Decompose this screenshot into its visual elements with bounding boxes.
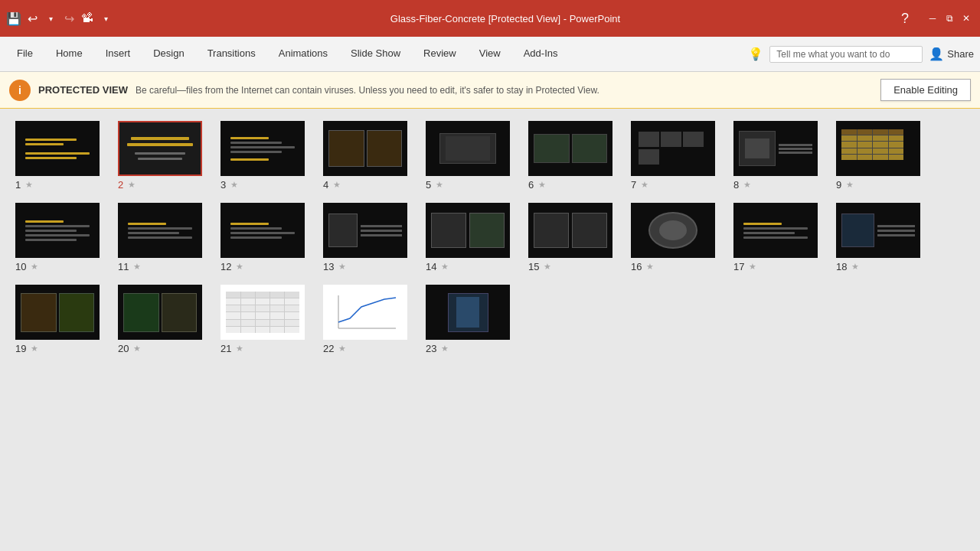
slide-thumb-5[interactable]	[426, 121, 510, 176]
slide-14-info: 14 ★	[426, 261, 449, 272]
help-icon[interactable]: ?	[897, 11, 913, 26]
slide-thumb-7[interactable]	[631, 121, 715, 176]
slide-thumb-9[interactable]	[836, 121, 920, 176]
slide-thumb-8[interactable]	[733, 121, 818, 176]
save-icon[interactable]: 💾	[6, 11, 21, 26]
enable-editing-button[interactable]: Enable Editing	[880, 79, 971, 101]
slide-thumb-15[interactable]	[528, 203, 612, 258]
slide-5-number: 5	[426, 179, 431, 191]
slide-item-2[interactable]: 2 ★	[118, 121, 202, 191]
slide-item-21[interactable]: 21 ★	[220, 285, 305, 354]
slide-11-lines	[128, 223, 193, 239]
slide-1-number: 1	[15, 179, 21, 191]
slide-14-star: ★	[441, 262, 449, 272]
slide-item-10[interactable]: 10 ★	[15, 203, 100, 272]
slide-20-info: 20 ★	[118, 343, 141, 354]
slide-item-12[interactable]: 12 ★	[220, 203, 305, 272]
slide-item-7[interactable]: 7 ★	[631, 121, 715, 191]
slide-13-star: ★	[338, 262, 346, 272]
tab-file[interactable]: File	[6, 37, 44, 71]
slide-10-star: ★	[31, 262, 38, 272]
slide-thumb-4[interactable]	[323, 121, 407, 176]
slide-12-number: 12	[220, 261, 231, 272]
tab-review[interactable]: Review	[413, 37, 467, 71]
slide-4-number: 4	[323, 179, 328, 191]
protected-view-bar: i PROTECTED VIEW Be careful—files from t…	[0, 72, 980, 109]
tab-design[interactable]: Design	[142, 37, 194, 71]
slide-14-number: 14	[426, 261, 436, 272]
search-box[interactable]: Tell me what you want to do	[769, 46, 923, 63]
restore-button[interactable]: ⧉	[942, 12, 957, 24]
tab-view[interactable]: View	[469, 37, 511, 71]
slide-8-content	[735, 122, 816, 174]
slide-2-star: ★	[128, 180, 136, 190]
slide-11-content	[119, 204, 201, 256]
slide-item-23[interactable]: 23 ★	[426, 285, 510, 354]
close-button[interactable]: ✕	[959, 12, 974, 24]
slide-thumb-11[interactable]	[118, 203, 202, 258]
slide-item-3[interactable]: 3 ★	[220, 121, 305, 191]
slide-thumb-22[interactable]	[323, 285, 407, 340]
slide-item-20[interactable]: 20 ★	[118, 285, 202, 354]
slide-22-star: ★	[338, 344, 346, 354]
redo-icon[interactable]: ↪	[61, 11, 77, 26]
slide-thumb-14[interactable]	[426, 203, 510, 258]
slide-18-star: ★	[851, 262, 859, 272]
slide-20-star: ★	[133, 344, 141, 354]
slide-thumb-17[interactable]	[733, 203, 818, 258]
minimize-button[interactable]: ─	[925, 12, 940, 24]
slide-item-5[interactable]: 5 ★	[426, 121, 510, 191]
share-button[interactable]: 👤 Share	[929, 47, 974, 61]
slide-thumb-3[interactable]	[220, 121, 305, 176]
slide-thumb-20[interactable]	[118, 285, 202, 340]
slide-item-16[interactable]: 16 ★	[631, 203, 715, 272]
slide-thumb-10[interactable]	[15, 203, 100, 258]
slide-item-15[interactable]: 15 ★	[528, 203, 612, 272]
slide-thumb-13[interactable]	[323, 203, 407, 258]
slide-thumb-21[interactable]	[220, 285, 305, 340]
slide-thumb-1[interactable]	[15, 121, 100, 176]
slide-1-lines	[25, 139, 90, 159]
slide-row-3: 19 ★ 20 ★	[15, 285, 965, 354]
slide-thumb-16[interactable]	[631, 203, 715, 258]
slide-thumb-19[interactable]	[15, 285, 100, 340]
slide-10-number: 10	[15, 261, 26, 272]
window-title: Glass-Fiber-Concrete [Protected View] - …	[113, 13, 897, 24]
slide-21-content	[222, 286, 303, 338]
tab-insert[interactable]: Insert	[95, 37, 142, 71]
slide-item-8[interactable]: 8 ★	[733, 121, 818, 191]
slide-item-1[interactable]: 1 ★	[15, 121, 100, 191]
slide-thumb-12[interactable]	[220, 203, 305, 258]
tab-animations[interactable]: Animations	[268, 37, 338, 71]
slide-thumb-23[interactable]	[426, 285, 510, 340]
slide-item-13[interactable]: 13 ★	[323, 203, 407, 272]
tab-addins[interactable]: Add-Ins	[513, 37, 569, 71]
undo-icon[interactable]: ↩	[24, 11, 40, 26]
tab-home[interactable]: Home	[45, 37, 93, 71]
present-icon[interactable]: 📽	[80, 11, 95, 26]
slide-item-9[interactable]: 9 ★	[836, 121, 920, 191]
tab-transitions[interactable]: Transitions	[197, 37, 266, 71]
window-control-group: ─ ⧉ ✕	[925, 12, 974, 24]
slide-item-19[interactable]: 19 ★	[15, 285, 100, 354]
undo-dropdown-icon[interactable]: ▾	[43, 11, 58, 26]
customize-icon[interactable]: ▾	[98, 11, 113, 26]
protected-view-icon: i	[9, 80, 31, 101]
slide-17-star: ★	[749, 262, 756, 272]
slide-thumb-18[interactable]	[836, 203, 920, 258]
slide-row-2: 10 ★ 11 ★	[15, 203, 965, 272]
slide-item-17[interactable]: 17 ★	[733, 203, 818, 272]
slide-3-lines	[230, 137, 296, 161]
slide-22-chart	[331, 292, 400, 334]
slide-thumb-6[interactable]	[528, 121, 612, 176]
slide-item-22[interactable]: 22 ★	[323, 285, 407, 354]
slide-thumb-2[interactable]	[118, 121, 202, 176]
slide-item-6[interactable]: 6 ★	[528, 121, 612, 191]
slide-item-14[interactable]: 14 ★	[426, 203, 510, 272]
slide-item-4[interactable]: 4 ★	[323, 121, 407, 191]
slide-item-11[interactable]: 11 ★	[118, 203, 202, 272]
slide-17-content	[735, 204, 816, 256]
slide-item-18[interactable]: 18 ★	[836, 203, 920, 272]
slide-5-content	[427, 122, 508, 174]
tab-slideshow[interactable]: Slide Show	[340, 37, 411, 71]
